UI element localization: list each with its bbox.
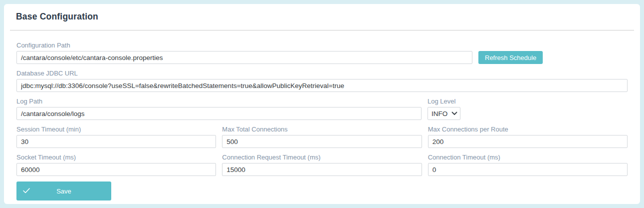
base-configuration-form: Configuration Path Refresh Schedule Data… bbox=[4, 30, 640, 200]
connection-request-timeout-input[interactable] bbox=[222, 163, 422, 176]
max-total-connections-field: Max Total Connections bbox=[222, 126, 422, 148]
max-total-connections-label: Max Total Connections bbox=[222, 126, 422, 133]
connection-timeout-field: Connection Timeout (ms) bbox=[428, 154, 628, 176]
connection-request-timeout-field: Connection Request Timeout (ms) bbox=[222, 154, 422, 176]
check-icon bbox=[23, 188, 30, 194]
database-jdbc-url-input[interactable] bbox=[16, 79, 628, 92]
database-jdbc-url-label: Database JDBC URL bbox=[16, 70, 628, 77]
refresh-schedule-button[interactable]: Refresh Schedule bbox=[478, 51, 543, 64]
row-connection-limits: Session Timeout (min) Max Total Connecti… bbox=[16, 126, 628, 148]
log-level-label: Log Level bbox=[428, 98, 460, 105]
save-button-label: Save bbox=[56, 188, 71, 195]
socket-timeout-field: Socket Timeout (ms) bbox=[16, 154, 216, 176]
connection-timeout-input[interactable] bbox=[428, 163, 628, 176]
session-timeout-input[interactable] bbox=[16, 135, 216, 148]
max-connections-per-route-label: Max Connections per Route bbox=[428, 126, 628, 133]
socket-timeout-input[interactable] bbox=[16, 163, 216, 176]
log-level-select-wrap: INFO bbox=[428, 107, 460, 120]
log-path-field: Log Path bbox=[16, 98, 422, 120]
log-path-input[interactable] bbox=[16, 107, 422, 120]
save-button[interactable]: Save bbox=[16, 182, 111, 200]
row-log-settings: Log Path Log Level INFO bbox=[16, 98, 628, 120]
configuration-path-label: Configuration Path bbox=[16, 42, 472, 49]
database-jdbc-url-field: Database JDBC URL bbox=[16, 70, 628, 92]
connection-request-timeout-label: Connection Request Timeout (ms) bbox=[222, 154, 422, 161]
log-level-select[interactable]: INFO bbox=[428, 107, 460, 120]
configuration-path-input[interactable] bbox=[16, 51, 472, 64]
row-timeouts: Socket Timeout (ms) Connection Request T… bbox=[16, 154, 628, 176]
log-path-label: Log Path bbox=[16, 98, 422, 105]
connection-timeout-label: Connection Timeout (ms) bbox=[428, 154, 628, 161]
session-timeout-label: Session Timeout (min) bbox=[16, 126, 216, 133]
log-level-field: Log Level INFO bbox=[428, 98, 460, 120]
max-connections-per-route-input[interactable] bbox=[428, 135, 628, 148]
configuration-path-field: Configuration Path bbox=[16, 42, 472, 64]
session-timeout-field: Session Timeout (min) bbox=[16, 126, 216, 148]
base-configuration-panel: Base Configuration Configuration Path Re… bbox=[4, 4, 640, 204]
page-title: Base Configuration bbox=[4, 4, 640, 22]
max-total-connections-input[interactable] bbox=[222, 135, 422, 148]
max-connections-per-route-field: Max Connections per Route bbox=[428, 126, 628, 148]
socket-timeout-label: Socket Timeout (ms) bbox=[16, 154, 216, 161]
row-database-jdbc-url: Database JDBC URL bbox=[16, 70, 628, 92]
row-configuration-path: Configuration Path Refresh Schedule bbox=[16, 42, 628, 64]
